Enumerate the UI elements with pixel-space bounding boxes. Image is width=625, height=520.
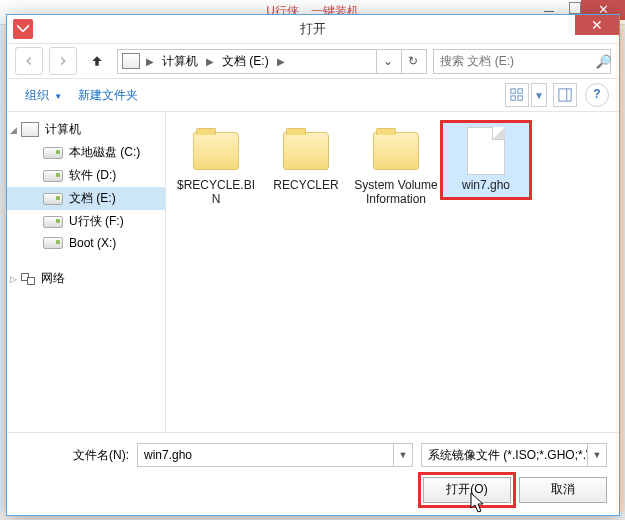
svg-rect-2 xyxy=(511,96,515,100)
file-label: win7.gho xyxy=(444,178,528,192)
nav-drive-f[interactable]: U行侠 (F:) xyxy=(7,210,165,233)
chevron-down-icon: ▼ xyxy=(52,92,62,101)
nav-drive-label: 本地磁盘 (C:) xyxy=(69,144,140,161)
svg-rect-0 xyxy=(511,89,515,93)
nav-computer[interactable]: ◢ 计算机 xyxy=(7,118,165,141)
disk-icon xyxy=(43,147,63,159)
disk-icon xyxy=(43,216,63,228)
cancel-button-label: 取消 xyxy=(551,482,575,496)
thumbs-icon xyxy=(510,88,524,102)
file-win7-gho[interactable]: win7.gho xyxy=(442,122,530,198)
computer-icon xyxy=(122,53,140,69)
address-bar: ▶ 计算机 ▶ 文档 (E:) ▶ ⌄ ↻ 🔍 xyxy=(7,44,619,79)
nav-drive-label: Boot (X:) xyxy=(69,236,116,250)
nav-drive-label: 软件 (D:) xyxy=(69,167,116,184)
nav-back-button[interactable] xyxy=(15,47,43,75)
file-list[interactable]: $RECYCLE.BIN RECYCLER System Volume Info… xyxy=(166,112,619,432)
open-button-label: 打开(O) xyxy=(446,482,487,496)
background-minimize-icon xyxy=(544,11,554,12)
breadcrumb-dropdown[interactable]: ⌄ xyxy=(376,50,399,73)
filename-combo[interactable]: ▼ xyxy=(137,443,413,467)
view-mode-button[interactable] xyxy=(505,83,529,107)
breadcrumb-location[interactable]: 文档 (E:) xyxy=(218,51,273,72)
svg-rect-1 xyxy=(518,89,522,93)
view-controls: ▼ xyxy=(505,83,547,107)
close-button[interactable]: ✕ xyxy=(575,15,619,35)
file-label: RECYCLER xyxy=(264,178,348,192)
arrow-right-icon xyxy=(56,54,70,68)
toolbar: 组织 ▼ 新建文件夹 ▼ xyxy=(7,79,619,112)
main-area: ◢ 计算机 本地磁盘 (C:) 软件 (D:) 文档 (E:) U行侠 (F:) xyxy=(7,112,619,432)
search-icon[interactable]: 🔍 xyxy=(596,54,612,69)
new-folder-button[interactable]: 新建文件夹 xyxy=(70,83,146,108)
navigation-pane[interactable]: ◢ 计算机 本地磁盘 (C:) 软件 (D:) 文档 (E:) U行侠 (F:) xyxy=(7,112,166,432)
cancel-button[interactable]: 取消 xyxy=(519,477,607,503)
nav-drive-label: U行侠 (F:) xyxy=(69,213,124,230)
disk-icon xyxy=(43,170,63,182)
breadcrumb[interactable]: ▶ 计算机 ▶ 文档 (E:) ▶ ⌄ ↻ xyxy=(117,49,427,74)
nav-drive-label: 文档 (E:) xyxy=(69,190,116,207)
breadcrumb-computer[interactable]: 计算机 xyxy=(158,51,202,72)
filetype-dropdown[interactable]: ▼ xyxy=(587,444,606,466)
refresh-button[interactable]: ↻ xyxy=(401,50,424,73)
chevron-right-icon[interactable]: ▶ xyxy=(275,56,287,67)
svg-rect-4 xyxy=(559,89,571,101)
expand-icon[interactable]: ▷ xyxy=(10,274,17,284)
app-icon xyxy=(13,19,33,39)
svg-rect-3 xyxy=(518,96,522,100)
filetype-filter[interactable]: 系统镜像文件 (*.ISO;*.GHO;*.W ▼ xyxy=(421,443,607,467)
background-window-controls xyxy=(544,2,581,14)
nav-forward-button[interactable] xyxy=(49,47,77,75)
filetype-text: 系统镜像文件 (*.ISO;*.GHO;*.W xyxy=(422,447,587,464)
chevron-right-icon[interactable]: ▶ xyxy=(204,56,216,67)
expand-icon[interactable]: ◢ xyxy=(10,125,17,135)
computer-icon xyxy=(21,122,39,137)
folder-recycle-bin[interactable]: $RECYCLE.BIN xyxy=(172,122,260,212)
filename-dropdown[interactable]: ▼ xyxy=(393,444,412,466)
filename-label: 文件名(N): xyxy=(19,447,129,464)
search-box[interactable]: 🔍 xyxy=(433,49,611,74)
arrow-left-icon xyxy=(22,54,36,68)
nav-network-label: 网络 xyxy=(41,270,65,287)
help-button[interactable]: ? xyxy=(585,83,609,107)
disk-icon xyxy=(43,237,63,249)
folder-system-volume-information[interactable]: System Volume Information xyxy=(352,122,440,212)
nav-computer-label: 计算机 xyxy=(45,121,81,138)
folder-icon xyxy=(193,132,239,170)
search-input[interactable] xyxy=(438,53,592,69)
dialog-footer: 文件名(N): ▼ 系统镜像文件 (*.ISO;*.GHO;*.W ▼ 打开(O… xyxy=(7,432,619,515)
nav-drive-d[interactable]: 软件 (D:) xyxy=(7,164,165,187)
chevron-right-icon[interactable]: ▶ xyxy=(144,56,156,67)
open-button[interactable]: 打开(O) xyxy=(423,477,511,503)
background-maximize-icon xyxy=(569,2,581,14)
preview-pane-icon xyxy=(558,88,572,102)
folder-icon xyxy=(373,132,419,170)
nav-network[interactable]: ▷ 网络 xyxy=(7,267,165,290)
dialog-title: 打开 xyxy=(7,20,619,38)
network-icon xyxy=(21,273,35,285)
organize-label: 组织 xyxy=(25,88,49,102)
file-icon xyxy=(467,127,505,175)
dialog-titlebar: 打开 ✕ xyxy=(7,15,619,44)
filename-input[interactable] xyxy=(138,448,393,462)
nav-up-button[interactable] xyxy=(83,47,111,75)
folder-icon xyxy=(283,132,329,170)
file-label: $RECYCLE.BIN xyxy=(174,178,258,206)
file-label: System Volume Information xyxy=(354,178,438,206)
new-folder-label: 新建文件夹 xyxy=(78,88,138,102)
preview-pane-toggle[interactable] xyxy=(553,83,577,107)
organize-button[interactable]: 组织 ▼ xyxy=(17,83,70,108)
nav-drive-x[interactable]: Boot (X:) xyxy=(7,233,165,253)
nav-drive-e[interactable]: 文档 (E:) xyxy=(7,187,165,210)
open-file-dialog: 打开 ✕ ▶ 计算机 ▶ 文档 (E:) ▶ ⌄ ↻ 🔍 组 xyxy=(6,14,620,516)
view-mode-dropdown[interactable]: ▼ xyxy=(531,83,547,107)
disk-icon xyxy=(43,193,63,205)
folder-recycler[interactable]: RECYCLER xyxy=(262,122,350,198)
arrow-up-icon xyxy=(90,54,104,68)
nav-drive-c[interactable]: 本地磁盘 (C:) xyxy=(7,141,165,164)
